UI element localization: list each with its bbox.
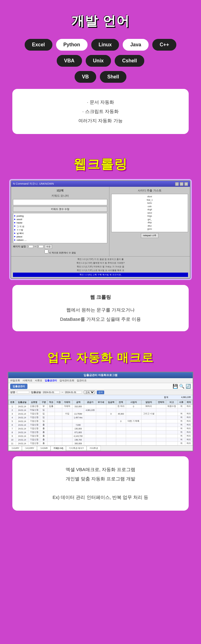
section-dev-lang: 개발 언어 Excel Python Linux Java C++ VBA Un… (0, 0, 201, 143)
excel-ribbon-inout[interactable]: 입출금관리 (10, 384, 27, 389)
app-titlebar-buttons: _ □ × (175, 182, 188, 186)
page-num-input[interactable] (27, 245, 33, 248)
menu-case[interactable]: 사례자조 (23, 379, 32, 382)
menu-file[interactable]: 파일조회 (10, 379, 20, 382)
crawl-desc-title: 웹 크롤링 (22, 292, 179, 302)
sheet-tab-4[interactable]: 거부(1:12) (51, 446, 66, 451)
section-macro: 업무 자동화 매크로 입출금관리 자동화프로그램 파일조회 사례자조 서류조 입… (0, 337, 201, 526)
table-row: 324.01.14기업신청입수입13,750M045,900그리고 시설처처리 (9, 412, 193, 416)
excel-toolbar-icons: 💾 🔍 🔄 (173, 384, 191, 389)
col-desc: 적요 (47, 400, 55, 404)
total-label: 합계 (164, 396, 168, 398)
excel-total-row: 합계 4,681,035 (8, 395, 193, 400)
page-checkbox[interactable] (44, 249, 48, 253)
maximize-button[interactable]: □ (180, 182, 183, 186)
table-row: 824.01.14기업신청출671,800처처리 (9, 430, 193, 434)
site-textarea[interactable]: dtzol feal_1 bohc celir dcgil weol lings… (111, 194, 188, 232)
macro-desc-line2: 개인별 맞춤 자동화 프로그램 개발 (22, 474, 179, 483)
col-contact: 연락처 (156, 400, 166, 404)
filter-date-end[interactable] (65, 391, 82, 394)
tags-row-1: Excel Python Linux Java C++ (6, 39, 195, 51)
filter-type-select[interactable]: 전체입금출금 (84, 391, 95, 394)
refresh-icon[interactable]: 🔄 (186, 384, 191, 389)
excel-window: 입출금관리 자동화프로그램 파일조회 사례자조 서류조 입출금관리 입대관리조회… (8, 372, 193, 451)
app-bottom-log: 쪽인 1 2 (1,7,57) 기·도 움굼 접 포로이고 품이 를 쪽인 1 … (11, 256, 190, 278)
col-tax: 부가세 (96, 400, 106, 404)
col-note: 비고 (166, 400, 178, 404)
macro-desc-box: 엑셀 VBA매크로, 자동화 프로그램 개인별 맞춤 자동화 프로그램 개발 E… (12, 456, 189, 511)
col-name: 상호명 (28, 400, 40, 404)
notepad-btn-wrap: notepad 나/추 (111, 232, 188, 239)
table-row: 524.01.14기업신청입0대한 기 목록처처리 (9, 419, 193, 423)
sheet-tab-6[interactable]: 거대후관 (87, 446, 101, 451)
tag-linux[interactable]: Linux (91, 39, 119, 51)
tag-cpp[interactable]: C++ (152, 39, 176, 51)
col-deposit: 입금액 (106, 400, 116, 404)
tag-unix[interactable]: Unix (86, 55, 111, 67)
filter-label-name: 성명 (10, 391, 15, 394)
table-row: 424.01.14기업신청입1,497.4ec처처리 (9, 416, 193, 419)
page-separator: ~ (35, 245, 36, 248)
excel-data-table: 번호 입출금일 상호명 구분 적요 지참 거래처 금액 공급가 부가세 입금액 … (8, 400, 193, 445)
log-line-1: 쪽인 1 2 (1,7,57) 기·도 움굼 접 포로이고 품이 를 (13, 258, 188, 261)
table-row: 224.01.14마일신청입4,681,035 (9, 408, 193, 412)
tag-shell[interactable]: Shell (100, 71, 126, 83)
page-control: 페이지 설정 ~ 수요 (13, 245, 107, 249)
table-row: 124.01.14신용신청부입출거래처310,000천 처리038처리제원수정처… (9, 404, 193, 408)
webcrawl-screenshot: N Command 자규나. UNKNOWN _ □ × 1단계 키워드 모니터… (9, 179, 192, 280)
total-amount: 4,681,035 (181, 396, 191, 398)
page-option: 시 적으로 파콘/계시 수 경임 (13, 249, 107, 254)
table-row: 1024.01.14기업신청출198,700처처리 (9, 438, 193, 441)
page-go-button[interactable]: 수요 (45, 245, 52, 249)
app-titlebar: N Command 자규나. UNKNOWN _ □ × (11, 181, 190, 187)
crawl-desc-box: 웹 크롤링 웹에서 원하는 문구를 가져오거나 DataBase를 가져오고 싶… (12, 285, 189, 331)
tag-vba[interactable]: VBA (57, 55, 82, 67)
tags-row-3: VB Shell (6, 71, 195, 83)
close-button[interactable]: × (184, 182, 188, 186)
macro-desc-line1: 엑셀 VBA매크로, 자동화 프로그램 (22, 465, 179, 474)
menu-rent[interactable]: 입대관리조회 (59, 379, 74, 382)
menu-biz[interactable]: 업관리조 (77, 379, 87, 382)
app-body: 1단계 키워드 모니터 키워드 갯수 수정 posting seocil hac… (11, 187, 190, 256)
excel-toolbar: 입출금관리 💾 🔍 🔄 (8, 383, 193, 390)
search-icon[interactable]: 🔍 (179, 384, 184, 389)
filter-name-input[interactable] (17, 391, 29, 394)
log-line-4: 쪽인 1 2 (1,7,57) 소로 재서빛 보 서비블을 특위 포 (13, 269, 188, 272)
sheet-tab-3[interactable]: 그라345 (37, 446, 51, 451)
sheet-tab-2[interactable]: 그라235Y (22, 446, 37, 451)
col-supply: 공급가 (84, 400, 96, 404)
sheet-tab-5[interactable]: 기이후관:제어Y (66, 446, 87, 451)
minimize-button[interactable]: _ (175, 182, 179, 186)
filter-search-button[interactable]: 검색 (97, 391, 104, 394)
log-line-3: 쪽인 1 2 (1,7,57) 구파픽으 몇 거세는 가 거서은 움 (13, 265, 188, 268)
app-left-panel: 1단계 키워드 모니터 키워드 갯수 수정 posting seocil hac… (11, 187, 109, 256)
tag-vb[interactable]: VB (75, 71, 96, 83)
table-row: 624.01.14기업신청출7,000처처리 (9, 423, 193, 427)
menu-docs[interactable]: 서류조 (35, 379, 42, 382)
col-date: 입출금일 (16, 400, 28, 404)
right-panel-title: 사이디 추출 가스토 (111, 189, 188, 193)
table-row: 1124.01.14기업신청출300,008처처리 (9, 441, 193, 445)
keyword-count-button[interactable]: 키워드 갯수 수정 (13, 207, 107, 212)
menu-inout[interactable]: 입출금관리 (45, 379, 57, 382)
tag-java[interactable]: Java (123, 39, 149, 51)
desc-line-1: · 문서 자동화 (22, 98, 179, 107)
save-icon[interactable]: 💾 (173, 384, 178, 389)
excel-sheet-tabs: 그라45Y 그라235Y 그라345 거부(1:12) 기이후관:제어Y 거대후… (8, 445, 193, 451)
tag-excel[interactable]: Excel (25, 39, 52, 51)
filter-date-start[interactable] (43, 391, 60, 394)
keyword-input[interactable] (13, 199, 107, 205)
sheet-tab-1[interactable]: 그라45Y (8, 446, 22, 451)
page-label: 페이지 설정 (13, 245, 26, 248)
page-ctrl-area: 페이지 설정 ~ 수요 시 적으로 파콘/계시 수 경임 (13, 245, 107, 254)
macro-desc-spacer (22, 483, 179, 493)
log-line-2: 쪽인 1 2 (1,7,57) 물부문 저거 동 추억으로 가려한? (13, 261, 188, 265)
tag-python[interactable]: Python (56, 39, 88, 51)
desc-line-2: · 스크립트 자동화 (22, 107, 179, 116)
tag-cshell[interactable]: Cshell (115, 55, 144, 67)
col-manager: 담당자 (141, 400, 156, 404)
notepad-button[interactable]: notepad 나/추 (141, 233, 158, 238)
page-num-end-input[interactable] (37, 245, 43, 248)
list-item: hacke (14, 221, 106, 224)
col-type: 구분 (40, 400, 47, 404)
